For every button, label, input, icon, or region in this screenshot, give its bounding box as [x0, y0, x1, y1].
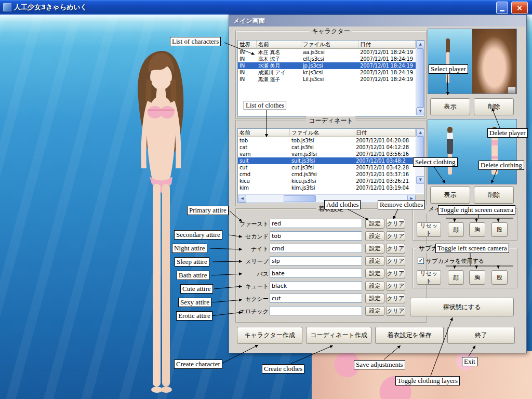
coordinate-row[interactable]: kimkim.js3fsi2007/12/01 03:19:04	[238, 184, 424, 191]
clear-button[interactable]: クリア	[386, 244, 405, 254]
attire-input-erotic[interactable]	[270, 306, 362, 315]
character-row[interactable]: IN黒瀬 遥子Lil.js3csi2007/12/01 18:24:19	[238, 76, 424, 83]
preview-figure	[446, 38, 450, 53]
column-header-world[interactable]: 世界	[238, 41, 257, 49]
create-coordinate-button[interactable]: コーディネート作成	[306, 327, 371, 344]
show-clothing-button[interactable]: 表示	[430, 187, 470, 204]
annotation-primary-attire: Primary attire	[187, 206, 229, 215]
annotation-remove-clothes: Remove clothes	[378, 200, 425, 209]
cell-file: kim.js3fsi	[290, 184, 354, 191]
cell-name: cat	[238, 144, 290, 151]
cell-date: 2007/12/01 18:24:19	[358, 49, 416, 56]
cell-file: Lil.js3csi	[301, 76, 358, 83]
clear-button[interactable]: クリア	[386, 219, 405, 229]
set-button[interactable]: 設定	[365, 281, 384, 291]
coordinate-row-selected[interactable]: suitsuit.js3fsi2007/12/01 03:48:2	[238, 157, 424, 164]
scrollbar-thumb[interactable]	[417, 48, 424, 108]
cell-name: 水瀬 美月	[257, 62, 301, 69]
set-button[interactable]: 設定	[365, 306, 384, 316]
scroll-up-icon[interactable]: ▲	[416, 129, 424, 137]
attire-label-first: ファースト	[238, 220, 269, 228]
attire-input-sexy[interactable]	[270, 294, 362, 303]
coordinate-row[interactable]: kicukicu.js3fsi2007/12/01 03:26:21	[238, 178, 424, 184]
attire-input-bath[interactable]	[270, 269, 362, 278]
delete-clothing-button[interactable]: 削除	[474, 187, 514, 204]
set-button[interactable]: 設定	[365, 294, 384, 303]
exit-button[interactable]: 終了	[447, 327, 515, 344]
set-button[interactable]: 設定	[365, 219, 384, 229]
delete-character-button[interactable]: 削除	[474, 98, 514, 115]
coordinate-row[interactable]: catcat.js3fsi2007/12/01 04:12:28	[238, 144, 424, 151]
show-character-button[interactable]: 表示	[430, 98, 470, 115]
create-character-button[interactable]: キャラクター作成	[237, 327, 302, 344]
cell-file: cat.js3fsi	[290, 144, 354, 151]
scroll-left-icon[interactable]: ◀	[238, 195, 246, 203]
sub-camera-crotch-button[interactable]: 股	[491, 270, 508, 285]
camera-icon[interactable]	[508, 87, 516, 94]
clear-button[interactable]: クリア	[386, 269, 405, 278]
cell-file: vam.js3fsi	[290, 151, 354, 157]
dialog-title: メイン画面	[233, 17, 265, 25]
main-camera-reset-button[interactable]: リセット	[417, 222, 441, 237]
attire-input-second[interactable]	[270, 231, 362, 241]
character-row[interactable]: IN成瀬川 アイkr.js3csi2007/12/01 18:24:19	[238, 69, 424, 76]
cell-name: tob	[238, 137, 290, 144]
column-header-filename[interactable]: ファイル名	[290, 129, 354, 137]
close-button[interactable]: ×	[511, 2, 528, 14]
attire-label-night: ナイト	[238, 245, 269, 253]
main-camera-crotch-button[interactable]: 股	[491, 222, 508, 237]
sub-camera-checkbox-label[interactable]: サブカメラを使用する	[426, 257, 484, 265]
attire-input-cute[interactable]	[270, 281, 362, 290]
column-header-date[interactable]: 日付	[354, 129, 416, 137]
character-row[interactable]: IN高木 涼子elf.js3csi2007/12/01 18:24:19	[238, 56, 424, 62]
clear-button[interactable]: クリア	[386, 281, 405, 291]
close-icon: ×	[516, 4, 523, 12]
scrollbar-thumb[interactable]	[284, 195, 316, 202]
cell-date: 2007/12/01 04:12:28	[354, 144, 416, 151]
sub-camera-chest-button[interactable]: 胸	[469, 270, 485, 285]
column-header-date[interactable]: 日付	[358, 41, 416, 49]
underwater-background: 人工少女3きゃらめいく × メイン画面 キャラクター 世界 名前 ファイル名 日…	[0, 0, 532, 399]
attire-input-night[interactable]	[270, 244, 362, 253]
minimize-button[interactable]	[496, 2, 508, 14]
cell-date: 2007/12/01 18:24:19	[358, 56, 416, 62]
attire-input-sleep[interactable]	[270, 256, 362, 265]
coordinate-row[interactable]: tobtob.js3fsi2007/12/01 04:20:08	[238, 137, 424, 144]
clear-button[interactable]: クリア	[386, 306, 405, 316]
column-header-filename[interactable]: ファイル名	[301, 41, 358, 49]
sub-camera-reset-button[interactable]: リセット	[417, 270, 441, 285]
character-row[interactable]: IN本庄 真名aa.js3csi2007/12/01 18:24:19	[238, 49, 424, 56]
column-header-name[interactable]: 名前	[257, 41, 301, 49]
coordinate-list[interactable]: 名前 ファイル名 日付 tobtob.js3fsi2007/12/01 04:2…	[237, 128, 424, 203]
sub-camera-face-button[interactable]: 顔	[448, 270, 464, 285]
scroll-down-icon[interactable]: ▼	[416, 176, 424, 184]
set-button[interactable]: 設定	[365, 231, 384, 241]
preview-figure-head	[447, 127, 453, 133]
annotation-sexy-attire: Sexy attire	[178, 298, 211, 307]
dialog-titlebar[interactable]: メイン画面	[229, 15, 526, 26]
character-list-scrollbar[interactable]: ▲ ▼	[416, 41, 424, 115]
cell-name: kicu	[238, 178, 290, 184]
annotation-add-clothes: Add clothes	[324, 200, 361, 209]
cell-name: 高木 涼子	[257, 56, 301, 62]
character-row-selected[interactable]: IN水瀬 美月jp.js3csi2007/12/01 18:24:19	[238, 62, 424, 69]
coordinate-row[interactable]: cutcut.js3fsi2007/12/01 03:42:28	[238, 164, 424, 171]
clear-button[interactable]: クリア	[386, 231, 405, 241]
clear-button[interactable]: クリア	[386, 256, 405, 266]
scroll-up-icon[interactable]: ▲	[416, 41, 424, 48]
scroll-down-icon[interactable]: ▼	[416, 108, 424, 115]
set-button[interactable]: 設定	[365, 244, 384, 254]
main-camera-face-button[interactable]: 顔	[448, 222, 464, 237]
attire-input-first[interactable]	[270, 219, 362, 228]
main-camera-chest-button[interactable]: 胸	[469, 222, 485, 237]
naked-state-button[interactable]: 裸状態にする	[410, 298, 514, 316]
set-button[interactable]: 設定	[365, 269, 384, 278]
set-button[interactable]: 設定	[365, 256, 384, 266]
clear-button[interactable]: クリア	[386, 294, 405, 303]
column-header-name[interactable]: 名前	[238, 129, 290, 137]
annotation-night-attire: Night attire	[172, 244, 207, 253]
coordinate-row[interactable]: cmdcmd.js3fsi2007/12/01 03:37:16	[238, 171, 424, 178]
coordinate-row[interactable]: vamvam.js3fsi2007/12/01 03:56:16	[238, 151, 424, 157]
sub-camera-checkbox[interactable]: ✓	[418, 258, 424, 264]
save-attire-button[interactable]: 着衣設定を保存	[375, 327, 444, 344]
